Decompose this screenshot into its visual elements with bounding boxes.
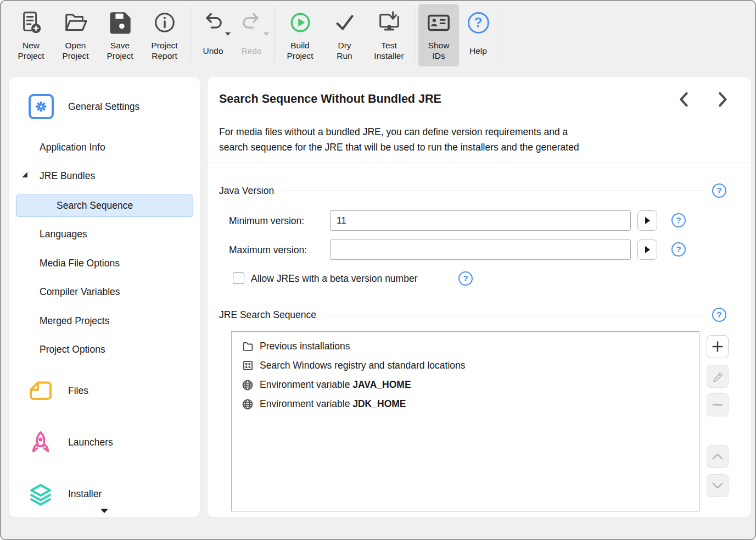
sidebar-item-merged-projects[interactable]: Merged Projects (40, 315, 109, 327)
minimum-version-help-icon[interactable]: ? (671, 213, 686, 227)
toolbar-label: Dry (338, 40, 351, 51)
redo-dropdown-arrow[interactable] (264, 32, 269, 36)
general-settings-gear-icon (29, 94, 54, 119)
beta-version-help-icon[interactable]: ? (458, 271, 473, 286)
description-line: For media files without a bundled JRE, y… (219, 124, 579, 140)
undo-button[interactable]: Undo (194, 4, 232, 66)
beta-version-checkbox-label: Allow JREs with a beta version number (251, 273, 417, 285)
section-label: Java Version (219, 185, 274, 197)
sidebar-item-media-file-options[interactable]: Media File Options (40, 258, 120, 269)
jre-search-help-icon[interactable]: ? (712, 308, 726, 322)
toolbar-label: Project (287, 51, 313, 61)
list-item-text: Search Windows registry and standard loc… (260, 360, 466, 371)
toolbar: NewProject OpenProject SaveProject (1, 1, 755, 70)
sidebar-item-project-options[interactable]: Project Options (40, 344, 105, 355)
list-item-text: Previous installations (260, 341, 350, 352)
edit-entry-button[interactable] (707, 365, 729, 388)
toolbar-label: Save (110, 40, 130, 51)
undo-icon (201, 7, 225, 38)
sidebar-item-compiler-variables[interactable]: Compiler Variables (40, 286, 120, 298)
pencil-icon (712, 371, 723, 382)
add-entry-button[interactable] (707, 335, 729, 358)
page-description: For media files without a bundled JRE, y… (219, 124, 579, 155)
minimum-version-label: Minimum version: (229, 215, 304, 227)
maximum-version-help-icon[interactable]: ? (671, 242, 686, 257)
toolbar-label: Installer (374, 51, 404, 61)
sidebar-item-jre-bundles[interactable]: JRE Bundles (40, 170, 95, 182)
section-label: JRE Search Sequence (219, 309, 316, 321)
sidebar-item-general-settings[interactable]: General Settings (68, 101, 139, 113)
toolbar-label: Undo (203, 46, 223, 56)
maximum-version-input[interactable] (330, 240, 631, 260)
toolbar-label: Report (152, 51, 177, 61)
globe-icon (242, 398, 254, 410)
build-project-button[interactable]: BuildProject (278, 4, 322, 66)
rocket-icon (27, 430, 54, 456)
sidebar-item-languages[interactable]: Languages (40, 229, 87, 240)
sidebar-item-files[interactable]: Files (68, 385, 88, 397)
save-project-button[interactable]: SaveProject (98, 4, 142, 66)
triangle-right-icon (643, 245, 651, 254)
sidebar-scroll-down-icon[interactable] (100, 509, 108, 513)
plus-icon (712, 341, 724, 353)
globe-icon (242, 379, 254, 391)
remove-entry-button[interactable] (707, 393, 729, 416)
help-button[interactable]: ? Help (459, 4, 497, 66)
maximum-version-variable-button[interactable] (637, 240, 657, 260)
toolbar-separator (274, 6, 275, 62)
undo-dropdown-arrow[interactable] (225, 32, 231, 36)
list-item-previous-installations[interactable]: Previous installations (232, 337, 699, 356)
sidebar-item-installer[interactable]: Installer (68, 488, 102, 500)
toolbar-label: IDs (432, 51, 445, 61)
redo-button[interactable]: Redo (232, 4, 271, 66)
toolbar-separator (501, 6, 501, 62)
chevron-left-icon (677, 91, 691, 108)
jre-search-sequence-list: Previous installations Search Windows re… (231, 331, 699, 511)
monitor-download-icon (377, 7, 402, 38)
toolbar-label: New (23, 40, 40, 51)
jre-search-section-header: JRE Search Sequence ? (219, 308, 737, 322)
nav-forward-button[interactable] (714, 90, 731, 109)
tree-expander-icon[interactable] (22, 172, 27, 177)
chevron-down-icon (712, 482, 724, 489)
minus-icon (712, 399, 724, 411)
minimum-version-input[interactable] (330, 210, 631, 231)
registry-icon (242, 360, 254, 372)
new-project-button[interactable]: NewProject (9, 4, 53, 66)
minimum-version-variable-button[interactable] (637, 210, 657, 231)
beta-version-checkbox[interactable] (233, 272, 244, 284)
java-version-section-header: Java Version ? (219, 183, 737, 198)
project-report-button[interactable]: ProjectReport (142, 4, 187, 66)
open-folder-icon (63, 7, 88, 38)
toolbar-label: Build (290, 40, 309, 51)
java-version-help-icon[interactable]: ? (712, 183, 726, 198)
dry-run-button[interactable]: DryRun (322, 4, 367, 66)
sidebar-item-application-info[interactable]: Application Info (40, 142, 105, 153)
test-installer-button[interactable]: TestInstaller (367, 4, 411, 66)
build-play-icon (288, 7, 313, 38)
description-line: search sequence for the JRE that will be… (219, 140, 579, 155)
list-item-bold: JDK_HOME (352, 398, 406, 410)
chevron-up-icon (712, 453, 724, 460)
show-ids-button[interactable]: ShowIDs (418, 4, 459, 66)
list-item-windows-registry[interactable]: Search Windows registry and standard loc… (232, 356, 699, 375)
app-window: NewProject OpenProject SaveProject (0, 0, 756, 540)
info-circle-icon (152, 7, 177, 38)
open-project-button[interactable]: OpenProject (53, 4, 98, 66)
sidebar-item-launchers[interactable]: Launchers (68, 437, 113, 448)
nav-back-button[interactable] (675, 90, 693, 109)
toolbar-label: Test (381, 40, 396, 51)
toolbar-label: Help (469, 46, 487, 56)
move-up-button[interactable] (707, 445, 729, 468)
layers-icon (27, 481, 54, 508)
toolbar-label: Project (107, 51, 133, 61)
sidebar-item-search-sequence[interactable]: Search Sequence (16, 194, 193, 217)
move-down-button[interactable] (707, 474, 729, 497)
redo-icon (239, 7, 264, 38)
chevron-right-icon (715, 91, 730, 108)
triangle-right-icon (643, 216, 651, 225)
list-item-env-jdk-home[interactable]: Environment variable JDK_HOME (232, 394, 699, 414)
toolbar-label: Project (151, 40, 177, 51)
list-item-env-java-home[interactable]: Environment variable JAVA_HOME (232, 375, 699, 394)
main-panel: Search Sequence Without Bundled JRE For … (208, 77, 751, 517)
